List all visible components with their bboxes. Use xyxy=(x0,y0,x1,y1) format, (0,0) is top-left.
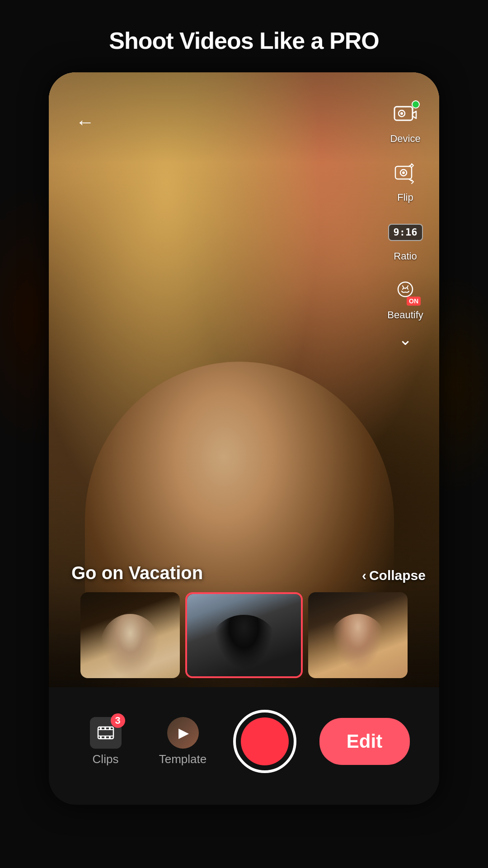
flip-icon-container xyxy=(390,158,421,189)
device-label: Device xyxy=(390,133,420,145)
svg-rect-15 xyxy=(104,736,106,739)
device-active-indicator xyxy=(412,100,420,108)
template-icon-container: ▶ xyxy=(167,717,199,749)
edit-button[interactable]: Edit xyxy=(319,718,410,765)
thumb-3-image xyxy=(308,592,408,678)
back-button[interactable] xyxy=(71,108,99,136)
svg-rect-0 xyxy=(394,107,413,120)
svg-point-6 xyxy=(402,171,405,174)
collapse-chevron-icon: ‹ xyxy=(362,568,366,583)
thumbnail-1[interactable] xyxy=(80,592,180,678)
svg-rect-14 xyxy=(100,736,102,739)
page-title: Shoot Videos Like a PRO xyxy=(0,27,488,54)
svg-point-7 xyxy=(398,282,413,297)
svg-rect-12 xyxy=(104,727,106,730)
toolbar-item-beautify[interactable]: ON Beautify xyxy=(387,276,423,321)
template-label: Template xyxy=(159,752,207,766)
ratio-label: Ratio xyxy=(394,250,417,262)
toolbar-item-ratio[interactable]: 9:16 Ratio xyxy=(390,217,421,262)
beautify-state-badge: ON xyxy=(407,297,421,306)
flip-label: Flip xyxy=(397,192,413,203)
thumbnail-2-selected[interactable] xyxy=(185,592,303,678)
bottom-controls-bar: 3 Clips ▶ Template Edit xyxy=(49,687,439,805)
thumbnails-strip xyxy=(49,588,439,683)
clips-film-icon xyxy=(96,723,115,742)
right-toolbar: Device Flip 9:16 xyxy=(380,99,430,349)
svg-point-3 xyxy=(400,112,403,115)
ratio-icon-container: 9:16 xyxy=(390,217,421,248)
clips-label: Clips xyxy=(93,752,119,766)
record-button[interactable] xyxy=(233,710,296,773)
thumb-2-figure xyxy=(210,615,278,677)
collapse-button[interactable]: ‹ Collapse xyxy=(362,568,426,583)
beautify-icon-container: ON xyxy=(390,276,421,307)
beautify-label: Beautify xyxy=(387,309,423,321)
svg-rect-16 xyxy=(109,736,111,739)
thumbnail-3[interactable] xyxy=(308,592,408,678)
clips-count-badge: 3 xyxy=(111,713,125,728)
thumb-2-image xyxy=(187,594,301,676)
flip-camera-icon xyxy=(393,161,418,186)
thumb-1-image xyxy=(80,592,180,678)
template-button[interactable]: ▶ Template xyxy=(156,717,210,766)
collapse-label: Collapse xyxy=(369,568,426,583)
template-play-icon: ▶ xyxy=(178,725,189,741)
svg-rect-11 xyxy=(100,727,102,730)
svg-point-1 xyxy=(412,108,413,110)
thumb-3-figure xyxy=(328,614,388,679)
toolbar-item-flip[interactable]: Flip xyxy=(390,158,421,203)
device-icon-container xyxy=(390,99,421,130)
toolbar-item-device[interactable]: Device xyxy=(390,99,421,145)
thumb-1-figure xyxy=(100,614,160,679)
ratio-badge: 9:16 xyxy=(388,224,423,241)
clips-icon-container: 3 xyxy=(90,717,122,749)
phone-frame: Device Flip 9:16 xyxy=(49,72,439,805)
scene-label: Go on Vacation xyxy=(71,563,203,583)
clips-button[interactable]: 3 Clips xyxy=(79,717,133,766)
chevron-down-icon[interactable]: ⌄ xyxy=(399,330,412,349)
svg-rect-13 xyxy=(109,727,111,730)
ratio-value: 9:16 xyxy=(394,227,418,237)
record-inner-circle xyxy=(241,717,289,765)
